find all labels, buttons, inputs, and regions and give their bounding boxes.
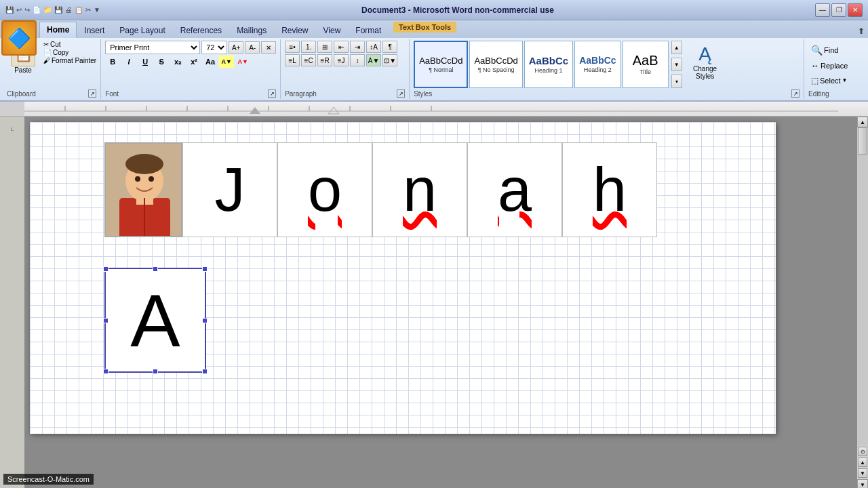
minimize-button[interactable]: — bbox=[815, 3, 830, 17]
line-spacing-button[interactable]: ↕ bbox=[350, 54, 365, 66]
bold-button[interactable]: B bbox=[105, 56, 120, 68]
styles-label: Styles bbox=[414, 90, 432, 98]
title-bar-controls[interactable]: — ❐ ✕ bbox=[815, 3, 863, 17]
change-styles-label: ChangeStyles bbox=[693, 65, 717, 80]
strikethrough-button[interactable]: S bbox=[154, 56, 169, 68]
underline-button[interactable]: U bbox=[138, 56, 153, 68]
letter-a-text: a bbox=[498, 159, 532, 220]
style-normal[interactable]: AaBbCcDd ¶ Normal bbox=[414, 41, 468, 88]
font-face-dropdown[interactable]: Primer Print bbox=[105, 41, 200, 54]
style-title[interactable]: AaB Title bbox=[623, 41, 669, 88]
close-button[interactable]: ✕ bbox=[848, 3, 863, 17]
handle-bottom-left[interactable] bbox=[103, 369, 108, 374]
style-no-spacing[interactable]: AaBbCcDd ¶ No Spacing bbox=[469, 41, 522, 88]
handle-middle-right[interactable] bbox=[202, 318, 208, 323]
paste-label: Paste bbox=[14, 66, 32, 74]
find-button[interactable]: 🔍 Find bbox=[808, 43, 861, 57]
scroll-up-arrow[interactable]: ▲ bbox=[857, 117, 868, 127]
style-title-label: Title bbox=[639, 68, 651, 75]
sort-button[interactable]: ↕A bbox=[366, 41, 381, 53]
handle-bottom-right[interactable] bbox=[202, 369, 208, 374]
next-page-button[interactable]: ▼ bbox=[858, 468, 867, 478]
name-cards-row: J o n a h bbox=[104, 142, 657, 237]
increase-indent-button[interactable]: ⇥ bbox=[350, 41, 365, 53]
select-browse-object-button[interactable]: ⊙ bbox=[858, 447, 867, 456]
clipboard-expand[interactable]: ↗ bbox=[88, 89, 96, 98]
show-hide-button[interactable]: ¶ bbox=[382, 41, 397, 53]
superscript-button[interactable]: x² bbox=[186, 56, 201, 68]
change-case-button[interactable]: Aa bbox=[203, 56, 218, 68]
font-grow-button[interactable]: A+ bbox=[229, 41, 243, 54]
font-shrink-button[interactable]: A- bbox=[245, 41, 260, 54]
style-heading1[interactable]: AaBbCc Heading 1 bbox=[524, 41, 573, 88]
tab-format[interactable]: Format bbox=[348, 22, 389, 38]
borders-button[interactable]: ⊡▼ bbox=[382, 54, 397, 66]
justify-button[interactable]: ≡J bbox=[334, 54, 349, 66]
restore-button[interactable]: ❐ bbox=[831, 3, 846, 17]
format-painter-button[interactable]: 🖌 Format Painter bbox=[43, 57, 96, 64]
style-heading1-label: Heading 1 bbox=[534, 67, 562, 74]
shading-button[interactable]: A▼ bbox=[366, 54, 381, 66]
vertical-scrollbar[interactable]: ▲ ⊙ ▲ ▼ ▼ bbox=[857, 117, 868, 488]
scroll-track[interactable] bbox=[857, 127, 868, 445]
select-button[interactable]: ⬚ Select ▼ bbox=[808, 75, 861, 87]
tab-view[interactable]: View bbox=[316, 22, 349, 38]
styles-scroll-down[interactable]: ▼ bbox=[671, 58, 682, 71]
cut-button[interactable]: ✂ Cut bbox=[43, 41, 96, 48]
tab-references[interactable]: References bbox=[173, 22, 229, 38]
style-no-spacing-label: ¶ No Spacing bbox=[478, 66, 515, 73]
style-heading2-preview: AaBbCc bbox=[579, 56, 616, 65]
office-button[interactable]: 🔷 bbox=[1, 20, 37, 56]
watermark: Screencast-O-Matic.com bbox=[3, 474, 94, 485]
scroll-thumb[interactable] bbox=[858, 127, 867, 155]
style-heading2[interactable]: AaBbCc Heading 2 bbox=[574, 41, 620, 88]
doc-content: J o n a h A bbox=[24, 117, 857, 488]
handle-top-center[interactable] bbox=[153, 266, 158, 272]
tab-mailings[interactable]: Mailings bbox=[229, 22, 274, 38]
tab-page-layout[interactable]: Page Layout bbox=[112, 22, 172, 38]
numbering-button[interactable]: 1. bbox=[301, 41, 316, 53]
align-right-button[interactable]: ≡R bbox=[317, 54, 332, 66]
selected-text-box[interactable]: A bbox=[104, 268, 206, 373]
style-normal-label: ¶ Normal bbox=[429, 66, 453, 73]
handle-top-left[interactable] bbox=[103, 266, 108, 272]
font-color-button[interactable]: A▼ bbox=[235, 56, 250, 68]
letter-card-n: n bbox=[372, 142, 467, 237]
tab-insert[interactable]: Insert bbox=[77, 22, 112, 38]
handle-top-right[interactable] bbox=[202, 266, 208, 272]
tab-review[interactable]: Review bbox=[274, 22, 315, 38]
handle-bottom-center[interactable] bbox=[153, 369, 158, 374]
decrease-indent-button[interactable]: ⇤ bbox=[334, 41, 349, 53]
font-label: Font bbox=[105, 90, 119, 98]
text-highlight-button[interactable]: A▼ bbox=[219, 56, 234, 68]
clear-formatting-button[interactable]: ✕ bbox=[261, 41, 276, 54]
copy-button[interactable]: 📄 Copy bbox=[43, 49, 96, 56]
replace-button[interactable]: ↔ Replace bbox=[808, 60, 861, 72]
section-marker: L bbox=[11, 126, 14, 132]
italic-button[interactable]: I bbox=[121, 56, 136, 68]
scroll-down-arrow[interactable]: ▼ bbox=[857, 479, 868, 488]
paragraph-group: ≡• 1. ⊞ ⇤ ⇥ ↕A ¶ ≡L ≡C ≡R ≡J ↕ A▼ ⊡▼ Par… bbox=[281, 39, 410, 99]
style-normal-preview: AaBbCcDd bbox=[419, 56, 462, 65]
svg-point-18 bbox=[135, 176, 140, 182]
prev-page-button[interactable]: ▲ bbox=[858, 458, 867, 467]
photo-card bbox=[104, 142, 182, 237]
align-center-button[interactable]: ≡C bbox=[301, 54, 316, 66]
ruler-markings bbox=[24, 102, 857, 116]
letter-card-h: h bbox=[562, 142, 657, 237]
change-styles-button[interactable]: Ą ChangeStyles bbox=[685, 41, 726, 88]
handle-middle-left[interactable] bbox=[103, 318, 108, 323]
styles-expand[interactable]: ↗ bbox=[791, 89, 800, 98]
tab-home[interactable]: Home bbox=[39, 22, 77, 38]
multilevel-button[interactable]: ⊞ bbox=[317, 41, 332, 53]
font-size-dropdown[interactable]: 72 bbox=[201, 41, 227, 54]
bullets-button[interactable]: ≡• bbox=[285, 41, 300, 53]
font-expand[interactable]: ↗ bbox=[268, 89, 276, 98]
select-icon: ⬚ bbox=[811, 76, 818, 85]
contextual-tab-label[interactable]: Text Box Tools bbox=[393, 22, 456, 33]
subscript-button[interactable]: x₂ bbox=[170, 56, 185, 68]
paragraph-expand[interactable]: ↗ bbox=[397, 89, 405, 98]
styles-more[interactable]: ▾ bbox=[671, 75, 682, 88]
align-left-button[interactable]: ≡L bbox=[285, 54, 300, 66]
styles-scroll-up[interactable]: ▲ bbox=[671, 41, 682, 54]
